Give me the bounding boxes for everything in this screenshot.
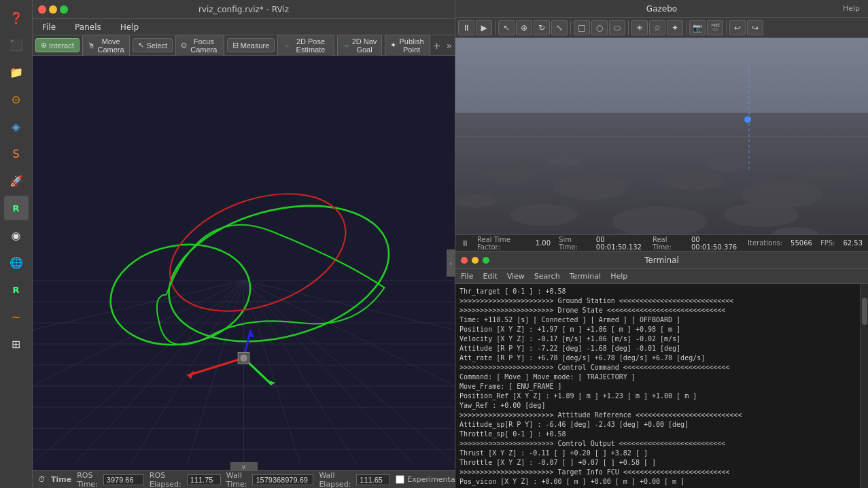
gaz-select-btn[interactable]: ↖ bbox=[498, 20, 515, 35]
gaz-cube-btn[interactable]: □ bbox=[574, 20, 590, 35]
pause-icon: ⏸ bbox=[461, 239, 469, 248]
sim-time-value: 00 00:01:50.132 bbox=[596, 236, 644, 251]
gazebo-ground-svg bbox=[455, 38, 868, 234]
left-collapse-handle[interactable]: ‹ bbox=[447, 249, 455, 277]
focus-camera-icon: ⊙ bbox=[181, 41, 187, 50]
iterations-label: Iterations: bbox=[748, 239, 782, 247]
svg-point-46 bbox=[707, 156, 748, 171]
terminal-line: >>>>>>>>>>>>>>>>>>>>>>> Ground Station <… bbox=[459, 296, 856, 306]
gaz-video-btn[interactable]: 🎬 bbox=[707, 20, 723, 35]
ros-elapsed-input[interactable] bbox=[187, 474, 221, 485]
gaz-camera-btn[interactable]: 📷 bbox=[689, 20, 706, 35]
sidebar-icon-matlab[interactable]: ∼ bbox=[4, 304, 29, 329]
close-button[interactable] bbox=[38, 5, 46, 14]
term-menu-file[interactable]: File bbox=[461, 272, 473, 281]
gaz-scale-btn[interactable]: ⤡ bbox=[551, 20, 568, 35]
term-min-dot[interactable] bbox=[472, 257, 479, 264]
publish-point-button[interactable]: ✦ Publish Point bbox=[385, 35, 430, 56]
sidebar-icon-launch[interactable]: 🚀 bbox=[4, 169, 29, 193]
iterations-value: 55066 bbox=[791, 239, 812, 247]
gaz-step-btn[interactable]: ▶ bbox=[476, 20, 492, 35]
time-label: Time bbox=[51, 475, 71, 484]
gaz-light-sun-btn[interactable]: ☀ bbox=[631, 20, 648, 35]
gaz-undo-btn[interactable]: ↩ bbox=[729, 20, 746, 35]
terminal-line: Move_Frame: [ ENU_FRAME ] bbox=[459, 382, 856, 391]
toolbar-more-icon[interactable]: » bbox=[446, 40, 452, 51]
terminal-line: Pos_vicon [X Y Z] : +0.00 [ m ] +0.00 [ … bbox=[459, 477, 856, 487]
wall-elapsed-input[interactable] bbox=[356, 474, 390, 485]
sidebar-icon-globe[interactable]: 🌐 bbox=[4, 250, 29, 275]
scrollbar-thumb[interactable] bbox=[862, 298, 867, 325]
gazebo-viewport[interactable] bbox=[455, 38, 868, 234]
sidebar-icon-vscode[interactable]: ◈ bbox=[4, 114, 29, 139]
terminal-line: Position_Ref [X Y Z] : +1.89 [ m ] +1.23… bbox=[459, 391, 856, 401]
menu-help[interactable]: Help bbox=[116, 21, 143, 33]
rviz-menu-bar: File Panels Help bbox=[33, 19, 455, 35]
gaz-sphere-btn[interactable]: ○ bbox=[591, 20, 608, 35]
terminal-content[interactable]: Thr_target [ 0-1 ] : +0.58>>>>>>>>>>>>>>… bbox=[455, 284, 860, 488]
term-menu-view[interactable]: View bbox=[507, 272, 525, 281]
gaz-light-point-btn[interactable]: ✦ bbox=[667, 20, 683, 35]
pose-estimate-button[interactable]: → 2D Pose Estimate bbox=[277, 35, 334, 56]
term-menu-terminal[interactable]: Terminal bbox=[570, 272, 602, 281]
terminal-line: >>>>>>>>>>>>>>>>>>>>>>> Control Command … bbox=[459, 363, 856, 372]
sidebar-icon-qgc[interactable]: ◉ bbox=[4, 223, 29, 247]
terminal-line: Yaw_Ref : +0.00 [deg] bbox=[459, 401, 856, 411]
move-camera-button[interactable]: 🖱 Move Camera bbox=[82, 35, 131, 56]
window-title: rviz_config.rviz* - RViz bbox=[198, 5, 289, 14]
wall-elapsed-label: Wall Elapsed: bbox=[319, 471, 351, 489]
wall-time-input[interactable] bbox=[252, 474, 313, 485]
nav-goal-button[interactable]: → 2D Nav Goal bbox=[337, 35, 383, 56]
sidebar-icon-sublime[interactable]: S bbox=[4, 141, 29, 166]
menu-file[interactable]: File bbox=[38, 21, 60, 33]
svg-point-40 bbox=[510, 204, 578, 226]
toolbar-expand-icon[interactable]: + bbox=[433, 40, 441, 51]
gaz-pause-btn[interactable]: ⏸ bbox=[458, 20, 474, 35]
focus-camera-button[interactable]: ⊙ Focus Camera bbox=[175, 35, 224, 56]
minimize-button[interactable] bbox=[49, 5, 57, 14]
gaz-rotate-btn[interactable]: ↻ bbox=[534, 20, 550, 35]
sim-time-label: Sim Time: bbox=[559, 236, 588, 251]
terminal-win-controls bbox=[461, 257, 489, 264]
menu-panels[interactable]: Panels bbox=[71, 21, 105, 33]
gaz-light-spot-btn[interactable]: ☆ bbox=[649, 20, 665, 35]
svg-point-42 bbox=[724, 203, 799, 227]
gaz-sep-4 bbox=[686, 21, 687, 35]
term-menu-search[interactable]: Search bbox=[534, 272, 560, 281]
terminal-line: Attitude_sp[R P Y] : -6.46 [deg] -2.43 [… bbox=[459, 420, 856, 430]
sidebar-icon-folder[interactable]: 📁 bbox=[4, 60, 29, 84]
fps-label-gazebo: FPS: bbox=[820, 239, 835, 247]
terminal-scrollbar[interactable] bbox=[860, 284, 868, 488]
experimental-checkbox[interactable] bbox=[396, 475, 404, 484]
gaz-cylinder-btn[interactable]: ⬭ bbox=[609, 20, 625, 35]
real-time-label: Real Time: bbox=[653, 236, 683, 251]
terminal-line: Throttle [X Y Z] : -0.07 [ ] +0.07 [ ] +… bbox=[459, 458, 856, 468]
sidebar-icon-grid[interactable]: ⊞ bbox=[4, 332, 29, 356]
maximize-button[interactable] bbox=[60, 5, 68, 14]
bottom-collapse-handle[interactable]: ∨ bbox=[230, 462, 258, 470]
rviz-viewport[interactable]: ‹ ∨ bbox=[33, 56, 455, 470]
terminal-line: >>>>>>>>>>>>>>>>>>>>>>> Control Output <… bbox=[459, 439, 856, 449]
sidebar-icon-rviz2[interactable]: R bbox=[4, 277, 29, 302]
gaz-translate-btn[interactable]: ⊕ bbox=[516, 20, 532, 35]
ros-time-input[interactable] bbox=[103, 474, 144, 485]
term-max-dot[interactable] bbox=[483, 257, 489, 264]
sidebar-icon-chrome[interactable]: ⊙ bbox=[4, 87, 29, 111]
gazebo-help[interactable]: Help bbox=[843, 4, 860, 13]
sidebar-icon-rviz[interactable]: R bbox=[4, 196, 29, 220]
realtime-factor-value: 1.00 bbox=[536, 239, 551, 247]
svg-point-43 bbox=[805, 166, 853, 182]
sidebar-icon-question[interactable]: ❓ bbox=[4, 5, 29, 30]
ros-elapsed-label: ROS Elapsed: bbox=[150, 471, 181, 489]
sidebar-icon-terminal[interactable]: ⬛ bbox=[4, 33, 29, 57]
term-close-dot[interactable] bbox=[461, 257, 468, 264]
term-menu-edit[interactable]: Edit bbox=[483, 272, 497, 281]
select-button[interactable]: ↖ Select bbox=[133, 38, 173, 52]
interact-button[interactable]: ⊕ Interact bbox=[35, 38, 80, 52]
terminal-line: Time: +110.52 [s] [ Connected ] [ Armed … bbox=[459, 315, 856, 325]
term-menu-help[interactable]: Help bbox=[610, 272, 627, 281]
measure-button[interactable]: ⊟ Measure bbox=[227, 38, 275, 52]
rviz-3d-view bbox=[33, 56, 455, 470]
gaz-redo-btn[interactable]: ↪ bbox=[747, 20, 763, 35]
interact-icon: ⊕ bbox=[41, 41, 47, 50]
